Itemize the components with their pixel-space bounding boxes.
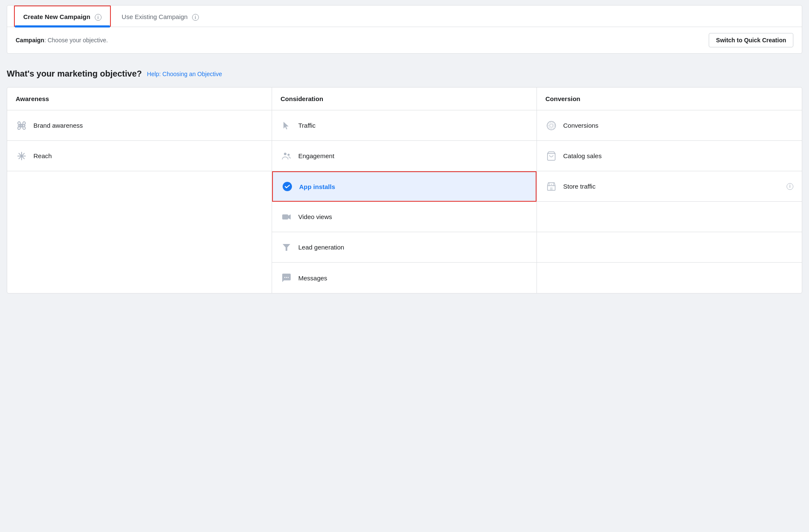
store-traffic-left: Store traffic: [545, 181, 595, 192]
svg-point-17: [288, 277, 289, 278]
conversions-label: Conversions: [563, 122, 598, 129]
campaign-bar-text: Campaign: Choose your objective.: [16, 37, 108, 44]
svg-marker-14: [283, 244, 290, 251]
traffic-label: Traffic: [298, 122, 316, 129]
svg-marker-8: [283, 122, 289, 129]
svg-marker-13: [288, 214, 291, 219]
messages-icon: [281, 272, 292, 284]
reach-icon: [16, 150, 28, 162]
objective-conversions[interactable]: Conversions: [537, 110, 802, 141]
section-title-row: What's your marketing objective? Help: C…: [7, 69, 802, 79]
objective-app-installs[interactable]: App installs: [272, 171, 537, 202]
campaign-bar: Campaign: Choose your objective. Switch …: [7, 27, 802, 53]
conversion-spacer-1: [537, 202, 802, 232]
lead-generation-icon: [281, 241, 292, 253]
create-new-info-icon[interactable]: i: [95, 14, 102, 21]
store-traffic-label: Store traffic: [563, 183, 595, 190]
column-header-consideration: Consideration: [272, 88, 537, 110]
switch-to-quick-creation-button[interactable]: Switch to Quick Creation: [709, 33, 793, 47]
consideration-column: Traffic Engagement: [272, 110, 537, 293]
svg-point-15: [284, 277, 285, 278]
catalog-sales-label: Catalog sales: [563, 152, 602, 159]
objective-catalog-sales[interactable]: Catalog sales: [537, 141, 802, 171]
top-card: Create New Campaign i Use Existing Campa…: [7, 5, 802, 54]
engagement-icon: [281, 150, 292, 162]
reach-label: Reach: [33, 152, 52, 159]
objective-store-traffic[interactable]: Store traffic i: [537, 171, 802, 202]
objective-brand-awareness[interactable]: Brand awareness: [7, 110, 272, 141]
awareness-column: Brand awareness Reach: [7, 110, 272, 293]
tab-active-underline: [15, 25, 110, 27]
tab-use-existing-label: Use Existing Campaign: [122, 13, 188, 20]
main-content: What's your marketing objective? Help: C…: [0, 59, 809, 304]
svg-point-16: [286, 277, 287, 278]
store-traffic-icon: [545, 181, 557, 192]
svg-point-10: [288, 154, 290, 156]
brand-awareness-icon: [16, 120, 28, 132]
svg-point-20: [550, 124, 553, 127]
svg-point-24: [551, 184, 552, 185]
column-header-conversion: Conversion: [537, 88, 802, 110]
tab-create-new-label: Create New Campaign: [23, 13, 90, 20]
tabs-row: Create New Campaign i Use Existing Campa…: [7, 5, 802, 27]
objective-reach[interactable]: Reach: [7, 141, 272, 171]
section-title: What's your marketing objective?: [7, 69, 142, 79]
conversions-icon: [545, 120, 557, 132]
campaign-label-bold: Campaign: [16, 37, 44, 44]
app-installs-label: App installs: [299, 183, 335, 190]
app-installs-check-icon: [281, 181, 293, 192]
svg-point-19: [548, 123, 554, 129]
video-views-label: Video views: [298, 213, 332, 220]
traffic-icon: [281, 120, 292, 132]
objective-video-views[interactable]: Video views: [272, 202, 537, 232]
conversion-spacer-2: [537, 232, 802, 263]
messages-label: Messages: [298, 274, 327, 282]
use-existing-info-icon[interactable]: i: [192, 14, 199, 21]
svg-rect-12: [282, 214, 288, 219]
objective-lead-generation[interactable]: Lead generation: [272, 232, 537, 263]
conversion-spacer-3: [537, 263, 802, 293]
column-header-awareness: Awareness: [7, 88, 272, 110]
tab-use-existing[interactable]: Use Existing Campaign i: [113, 5, 208, 27]
svg-line-3: [24, 126, 25, 126]
page-wrapper: Create New Campaign i Use Existing Campa…: [0, 5, 809, 532]
engagement-label: Engagement: [298, 152, 334, 159]
catalog-sales-icon: [545, 150, 557, 162]
brand-awareness-label: Brand awareness: [33, 122, 83, 129]
objectives-grid: Awareness Consideration Conversion: [7, 87, 802, 293]
store-traffic-info-icon[interactable]: i: [787, 183, 793, 190]
svg-point-9: [284, 153, 286, 155]
help-link[interactable]: Help: Choosing an Objective: [147, 71, 222, 77]
tab-create-new[interactable]: Create New Campaign i: [14, 5, 111, 27]
conversion-column: Conversions Catalog sales: [537, 110, 802, 293]
campaign-label-normal: : Choose your objective.: [44, 37, 108, 44]
objective-engagement[interactable]: Engagement: [272, 141, 537, 171]
video-views-icon: [281, 211, 292, 223]
objective-messages[interactable]: Messages: [272, 263, 537, 293]
objective-traffic[interactable]: Traffic: [272, 110, 537, 141]
lead-generation-label: Lead generation: [298, 244, 344, 251]
svg-rect-23: [550, 187, 553, 190]
